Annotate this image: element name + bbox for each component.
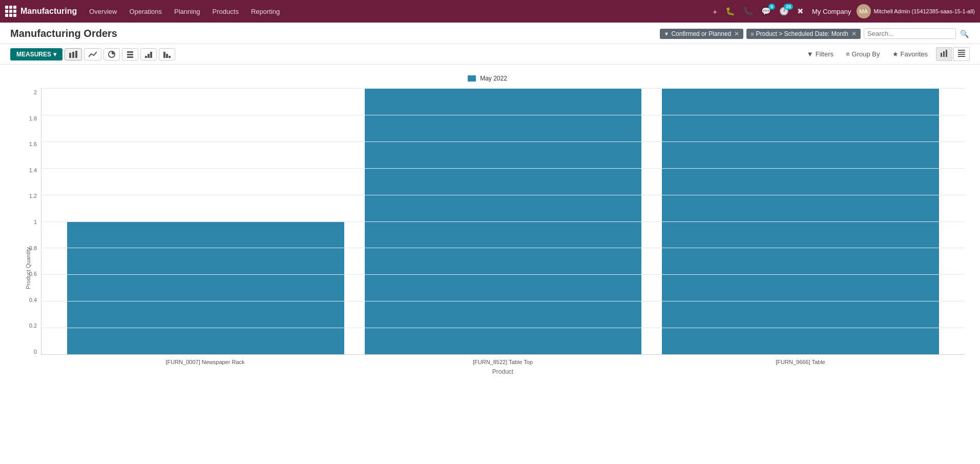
nav-planning[interactable]: Planning [169,6,205,17]
pie-chart-button[interactable] [103,48,120,60]
gridline-04 [41,301,965,301]
nav-products[interactable]: Products [207,6,244,17]
filters-button[interactable]: ▼ Filters [803,48,838,60]
grid-icon [5,6,16,17]
descending-sort-button[interactable] [159,48,175,60]
chat-button[interactable]: 💬 5 [758,5,774,18]
chart-container: Product Quantity 2 1.8 1.6 1.4 1.2 1 0.8… [10,88,965,375]
svg-rect-9 [150,52,152,58]
line-chart-button[interactable] [84,48,101,60]
svg-rect-18 [958,54,965,55]
measures-label: MEASURES [16,51,51,58]
svg-rect-12 [169,56,171,58]
filter-close-product[interactable]: ✕ [851,30,857,37]
stack-chart-button[interactable] [122,48,138,60]
settings-button[interactable]: ✖ [794,5,807,18]
x-label-0: [FURN_0007] Newspaper Rack [56,359,354,365]
user-menu[interactable]: MA Mitchell Admin (15412385-saas-15-1-al… [857,4,975,18]
avatar: MA [857,4,871,18]
gridline-06 [41,274,965,275]
y-axis-title: Product Quantity [25,235,31,301]
phone-button[interactable]: 📞 [740,5,756,18]
nav-operations[interactable]: Operations [124,6,167,17]
filter-close-confirmed[interactable]: ✕ [734,30,739,37]
svg-rect-14 [943,51,945,57]
gridline-12 [41,195,965,195]
nav-overview[interactable]: Overview [84,6,122,17]
legend-color-swatch [468,75,476,82]
svg-rect-0 [69,53,71,58]
view-toggle [936,47,970,61]
favorites-label: Favorites [901,50,928,58]
legend-label: May 2022 [480,75,507,82]
bar-0[interactable] [67,221,344,355]
y-tick-2: 2 [34,89,37,95]
search-button[interactable]: 🔍 [959,29,970,39]
favorites-button[interactable]: ★ Favorites [888,48,932,60]
chart-area: May 2022 Product Quantity 2 1.8 1.6 1.4 … [0,65,980,386]
activity-button[interactable]: 🕐 25 [776,5,792,18]
filter-tag-product[interactable]: ≡ Product > Scheduled Date: Month ✕ [746,29,861,39]
gridline-1 [41,221,965,222]
filters-label: Filters [816,50,833,58]
toolbar-left: MEASURES ▾ [10,48,175,60]
measures-chevron: ▾ [53,51,56,58]
svg-rect-4 [127,51,133,53]
svg-rect-15 [946,50,947,57]
y-tick-18: 1.8 [29,115,37,122]
filter-funnel-icon: ▼ [807,50,814,58]
y-tick-16: 1.6 [29,141,37,147]
gridline-2 [41,88,965,89]
filter-tag-confirmed[interactable]: ▼ Confirmed or Planned ✕ [660,29,744,39]
toolbar: MEASURES ▾ [0,44,980,65]
gridline-16 [41,142,965,142]
svg-rect-5 [127,54,133,55]
svg-rect-19 [958,56,965,57]
x-label-2: [FURN_9666] Table [652,359,949,365]
bar-chart-button[interactable] [65,48,82,60]
chat-badge: 5 [768,4,775,10]
gridline-02 [41,328,965,328]
bug-button[interactable]: 🐛 [722,5,738,18]
chart-view-button[interactable] [936,47,952,61]
svg-rect-6 [127,56,133,58]
y-tick-0: 0 [34,349,37,355]
list-view-button[interactable] [953,47,970,61]
pie-chart-icon [108,51,115,58]
search-bar: ▼ Confirmed or Planned ✕ ≡ Product > Sch… [660,28,970,39]
x-labels: [FURN_0007] Newspaper Rack [FURN_8522] T… [41,359,965,365]
app-logo[interactable]: Manufacturing [5,6,77,17]
svg-rect-7 [145,56,147,58]
star-icon: ★ [892,50,899,58]
stack-icon [127,51,134,58]
svg-rect-16 [958,50,965,51]
svg-rect-13 [941,53,942,57]
bar-chart-icon [69,51,77,58]
y-tick-1: 1 [34,219,37,225]
ascending-sort-button[interactable] [140,48,157,60]
search-input[interactable] [867,30,944,37]
nav-reporting[interactable]: Reporting [246,6,285,17]
svg-rect-10 [163,52,165,58]
groupby-button[interactable]: ≡ Group By [842,48,884,60]
svg-rect-8 [148,54,150,58]
line-chart-icon [89,51,97,58]
toolbar-right: ▼ Filters ≡ Group By ★ Favorites [803,47,970,61]
company-selector[interactable]: My Company [812,8,851,15]
list-view-icon [958,50,965,57]
y-tick-14: 1.4 [29,167,37,173]
sort-desc-icon [163,51,171,58]
groupby-lines-icon: ≡ [846,50,850,58]
add-button[interactable]: + [710,5,720,18]
x-axis-title: Product [41,368,965,375]
chart-view-icon [941,50,948,57]
app-name: Manufacturing [20,7,77,16]
search-input-wrap[interactable] [864,28,956,39]
bars-area [41,88,965,355]
groupby-label: Group By [852,50,880,58]
filter-icon: ▼ [664,31,670,37]
svg-rect-17 [958,52,965,53]
gridline-08 [41,248,965,248]
measures-button[interactable]: MEASURES ▾ [10,48,62,60]
page-header: Manufacturing Orders ▼ Confirmed or Plan… [0,23,980,44]
